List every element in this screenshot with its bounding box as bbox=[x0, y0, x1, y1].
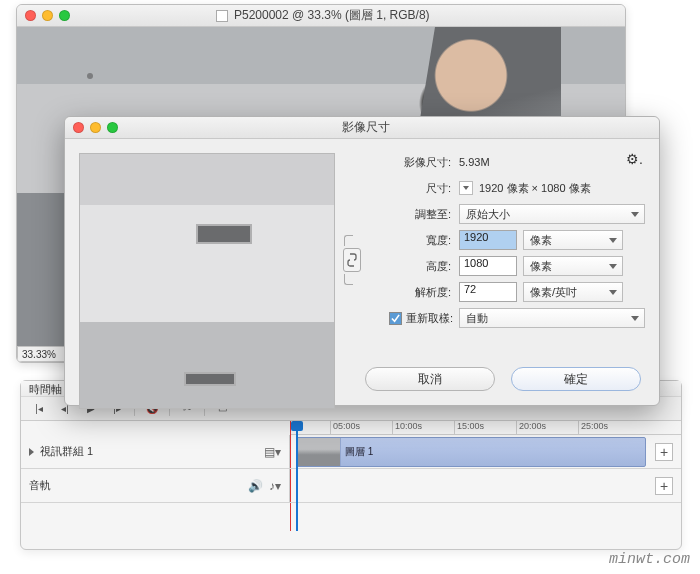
width-unit-value: 像素 bbox=[530, 233, 552, 248]
dialog-title: 影像尺寸 bbox=[80, 119, 651, 136]
resolution-input[interactable]: 72 bbox=[459, 282, 517, 302]
image-detail bbox=[196, 224, 252, 244]
dialog-titlebar[interactable]: 影像尺寸 bbox=[65, 117, 659, 139]
audio-track-header[interactable]: 音軌 🔊 ♪▾ bbox=[21, 469, 290, 502]
height-unit-value: 像素 bbox=[530, 259, 552, 274]
ok-button[interactable]: 確定 bbox=[511, 367, 641, 391]
preview-image bbox=[80, 154, 334, 408]
document-proxy-icon[interactable] bbox=[216, 10, 228, 22]
check-icon bbox=[391, 314, 400, 323]
resolution-label: 解析度: bbox=[369, 285, 453, 300]
window-maximize-icon[interactable] bbox=[59, 10, 70, 21]
image-size-dialog: 影像尺寸 ⚙. 影像尺寸: 5.93M 尺寸: 1920 像素 × 1080 像… bbox=[64, 116, 660, 406]
dialog-preview bbox=[79, 153, 335, 409]
watermark: minwt.com bbox=[609, 551, 690, 568]
cancel-button[interactable]: 取消 bbox=[365, 367, 495, 391]
video-track-header[interactable]: 視訊群組 1 ▤▾ bbox=[21, 435, 290, 468]
dimensions-value: 1920 像素 × 1080 像素 bbox=[479, 181, 591, 196]
image-size-value: 5.93M bbox=[459, 156, 490, 168]
height-unit-select[interactable]: 像素 bbox=[523, 256, 623, 276]
music-note-icon[interactable]: ♪▾ bbox=[269, 479, 281, 493]
add-media-button[interactable]: + bbox=[655, 443, 673, 461]
video-clip[interactable]: 圖層 1 bbox=[296, 437, 646, 467]
zoom-value: 33.33% bbox=[22, 349, 56, 360]
width-input[interactable]: 1920 bbox=[459, 230, 517, 250]
audio-track-label: 音軌 bbox=[29, 478, 51, 493]
dimensions-unit-select[interactable] bbox=[459, 181, 473, 195]
ruler-tick: 25:00s bbox=[578, 421, 640, 434]
ruler-tick: 05:00s bbox=[330, 421, 392, 434]
ruler-tick: 10:00s bbox=[392, 421, 454, 434]
resample-checkbox[interactable] bbox=[389, 312, 402, 325]
ruler-tick: 15:00s bbox=[454, 421, 516, 434]
goto-start-button[interactable]: |◂ bbox=[27, 400, 51, 418]
window-close-icon[interactable] bbox=[25, 10, 36, 21]
ruler-tick: 20:00s bbox=[516, 421, 578, 434]
dialog-form: 影像尺寸: 5.93M 尺寸: 1920 像素 × 1080 像素 調整至: 原… bbox=[349, 149, 645, 363]
document-titlebar[interactable]: P5200002 @ 33.3% (圖層 1, RGB/8) bbox=[17, 5, 625, 27]
video-track-label: 視訊群組 1 bbox=[40, 444, 93, 459]
dialog-buttons: 取消 確定 bbox=[365, 367, 641, 391]
fit-to-select[interactable]: 原始大小 bbox=[459, 204, 645, 224]
width-label: 寬度: bbox=[369, 233, 453, 248]
height-label: 高度: bbox=[369, 259, 453, 274]
speaker-icon[interactable]: 🔊 bbox=[248, 479, 263, 493]
resolution-unit-value: 像素/英吋 bbox=[530, 285, 577, 300]
resolution-unit-select[interactable]: 像素/英吋 bbox=[523, 282, 623, 302]
fit-to-value: 原始大小 bbox=[466, 207, 510, 222]
playhead[interactable] bbox=[296, 421, 298, 531]
document-title: P5200002 @ 33.3% (圖層 1, RGB/8) bbox=[234, 7, 430, 24]
image-detail bbox=[87, 73, 93, 79]
width-unit-select[interactable]: 像素 bbox=[523, 230, 623, 250]
add-audio-button[interactable]: + bbox=[655, 477, 673, 495]
image-size-label: 影像尺寸: bbox=[349, 155, 453, 170]
audio-track-row: 音軌 🔊 ♪▾ + bbox=[21, 469, 681, 503]
fit-to-label: 調整至: bbox=[349, 207, 453, 222]
disclosure-icon[interactable] bbox=[29, 448, 34, 456]
image-detail bbox=[184, 372, 236, 386]
clip-thumbnail bbox=[297, 438, 341, 466]
filmstrip-icon[interactable]: ▤▾ bbox=[264, 445, 281, 459]
resample-value: 自動 bbox=[466, 311, 488, 326]
window-minimize-icon[interactable] bbox=[42, 10, 53, 21]
height-input[interactable]: 1080 bbox=[459, 256, 517, 276]
resample-label: 重新取樣: bbox=[406, 311, 453, 326]
timeline-ruler[interactable]: 05:00s 10:00s 15:00s 20:00s 25:00s bbox=[290, 421, 681, 435]
resample-method-select[interactable]: 自動 bbox=[459, 308, 645, 328]
dimensions-label: 尺寸: bbox=[349, 181, 453, 196]
clip-label: 圖層 1 bbox=[341, 445, 373, 459]
